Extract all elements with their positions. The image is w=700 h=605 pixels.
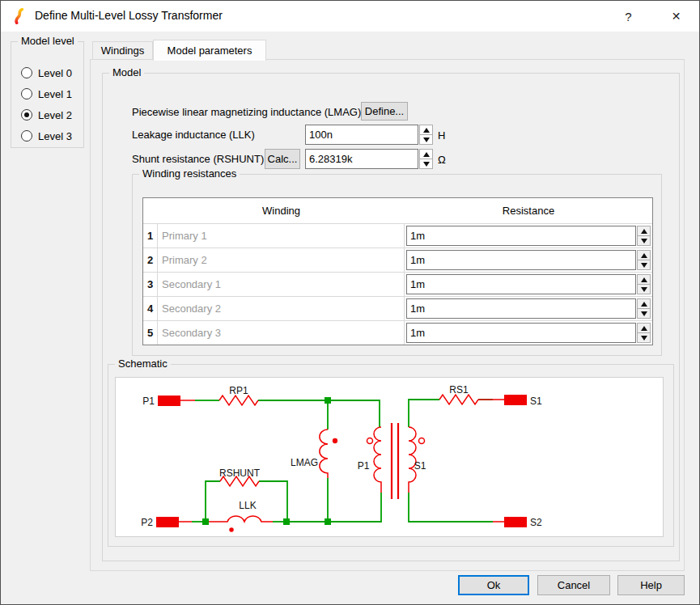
spin-down-icon[interactable]: [419, 135, 433, 145]
radio-level-1[interactable]: Level 1: [21, 87, 72, 101]
cancel-button[interactable]: Cancel: [537, 575, 610, 595]
spin-up-icon[interactable]: [637, 274, 651, 285]
resistance-input[interactable]: 1m: [406, 250, 636, 270]
resistance-input[interactable]: 1m: [406, 274, 636, 294]
primary-polarity-dot: [367, 438, 373, 444]
llk-spinner[interactable]: [419, 125, 433, 145]
core-lines: [392, 423, 398, 499]
schematic-canvas: P1 P2 S1 S2 RP1 RS1 RSHUNT LLK LMAG P1 S…: [115, 377, 664, 537]
lmag-polarity-dot: [333, 439, 337, 443]
radio-level-0[interactable]: Level 0: [21, 66, 72, 80]
resistance-spinner[interactable]: [637, 274, 651, 294]
ok-button[interactable]: Ok: [458, 575, 529, 595]
row-number: 3: [143, 273, 158, 296]
define-button[interactable]: Define...: [361, 102, 408, 121]
resistance-input[interactable]: 1m: [406, 298, 636, 319]
winding-name-cell[interactable]: Secondary 2: [158, 297, 405, 320]
spin-down-icon[interactable]: [419, 159, 433, 169]
column-header-winding: Winding: [158, 198, 405, 223]
radio-level-2[interactable]: Level 2: [21, 108, 72, 122]
window-title: Define Multi-Level Lossy Transformer: [35, 9, 223, 22]
model-legend: Model: [109, 66, 144, 78]
lmag-label: LMAG: [291, 457, 318, 468]
rshunt-label: RSHUNT: [219, 468, 261, 479]
model-level-legend: Model level: [18, 35, 78, 47]
spin-up-icon[interactable]: [637, 226, 651, 236]
spin-down-icon[interactable]: [637, 236, 651, 246]
tab-model-parameters[interactable]: Model parameters: [153, 40, 266, 61]
radio-circle-checked-icon[interactable]: [21, 109, 32, 121]
calc-button[interactable]: Calc...: [265, 149, 300, 169]
spin-up-icon[interactable]: [419, 149, 433, 159]
llk-polarity-dot: [230, 528, 233, 531]
table-row: 5 Secondary 3 1m: [143, 320, 652, 345]
rs1-resistor-symbol: [439, 395, 478, 404]
radio-level-3[interactable]: Level 3: [21, 129, 72, 143]
column-header-resistance: Resistance: [405, 198, 652, 223]
resistance-spinner[interactable]: [637, 323, 651, 343]
app-logo-icon: [11, 8, 28, 24]
spin-down-icon[interactable]: [637, 285, 651, 294]
winding-name-cell[interactable]: Primary 1: [158, 224, 405, 248]
corner-cell: [143, 198, 158, 223]
lmag-inductor-symbol: [320, 429, 328, 478]
spin-up-icon[interactable]: [637, 250, 651, 260]
llk-value: 100n: [309, 129, 333, 141]
component-symbols: [179, 395, 504, 531]
spin-up-icon[interactable]: [637, 323, 651, 333]
winding-resistances-legend: Winding resistances: [139, 167, 240, 180]
model-level-group: Model level Level 0 Level 1 Level 2 Leve…: [11, 41, 84, 148]
transformer-schematic: P1 P2 S1 S2 RP1 RS1 RSHUNT LLK LMAG P1 S…: [116, 378, 663, 536]
resistance-spinner[interactable]: [637, 298, 651, 319]
p2-terminal: [156, 517, 179, 527]
resistance-input[interactable]: 1m: [406, 226, 636, 246]
secondary-polarity-dot: [419, 438, 425, 444]
resistance-spinner[interactable]: [637, 250, 651, 270]
spin-up-icon[interactable]: [637, 298, 651, 309]
llk-inductor-symbol: [209, 516, 273, 522]
titlebar-help-button[interactable]: ?: [610, 1, 647, 32]
p1-terminal: [158, 396, 180, 406]
spin-down-icon[interactable]: [637, 260, 651, 270]
tab-windings[interactable]: Windings: [92, 41, 153, 60]
model-group: Model Piecewise linear magnetizing induc…: [102, 73, 680, 561]
dialog-window: Define Multi-Level Lossy Transformer ? ✕…: [0, 0, 700, 605]
s2-terminal: [504, 517, 527, 527]
radio-circle-icon[interactable]: [21, 88, 32, 99]
s1-terminal: [504, 395, 527, 405]
winding-name-cell[interactable]: Primary 2: [158, 248, 405, 272]
resistance-spinner[interactable]: [637, 226, 651, 246]
secondary-winding-label: S1: [414, 460, 426, 472]
radio-circle-icon[interactable]: [21, 67, 32, 78]
resistance-input[interactable]: 1m: [406, 323, 636, 343]
llk-label: LLK: [239, 500, 256, 511]
schematic-group: Schematic: [108, 364, 674, 547]
rshunt-label: Shunt resistance (RSHUNT): [132, 153, 264, 165]
rp1-resistor-symbol: [219, 396, 258, 405]
row-number: 4: [143, 297, 158, 320]
title-bar: Define Multi-Level Lossy Transformer ? ✕: [1, 1, 699, 32]
p2-terminal-label: P2: [141, 517, 153, 528]
table-row: 3 Secondary 1 1m: [143, 272, 652, 296]
radio-circle-icon[interactable]: [21, 130, 32, 142]
row-number: 2: [143, 248, 158, 272]
spin-down-icon[interactable]: [637, 333, 651, 343]
rshunt-unit: Ω: [438, 154, 446, 166]
llk-unit: H: [438, 129, 445, 142]
primary-winding-symbol: [374, 427, 381, 493]
winding-name-cell[interactable]: Secondary 1: [158, 273, 405, 296]
spin-up-icon[interactable]: [419, 125, 433, 135]
rshunt-input[interactable]: 6.28319k: [305, 149, 418, 169]
p1-terminal-label: P1: [142, 396, 155, 407]
help-button[interactable]: Help: [617, 575, 685, 595]
winding-resistance-table: Winding Resistance 1 Primary 1 1m: [142, 197, 653, 345]
table-row: 2 Primary 2 1m: [143, 248, 652, 272]
llk-input[interactable]: 100n: [305, 125, 418, 145]
row-number: 5: [143, 321, 158, 345]
rshunt-value: 6.28319k: [309, 153, 353, 165]
schematic-legend: Schematic: [115, 358, 171, 370]
spin-down-icon[interactable]: [637, 309, 651, 319]
rshunt-spinner[interactable]: [419, 149, 433, 169]
winding-name-cell[interactable]: Secondary 3: [158, 321, 405, 345]
close-icon[interactable]: ✕: [658, 1, 694, 32]
